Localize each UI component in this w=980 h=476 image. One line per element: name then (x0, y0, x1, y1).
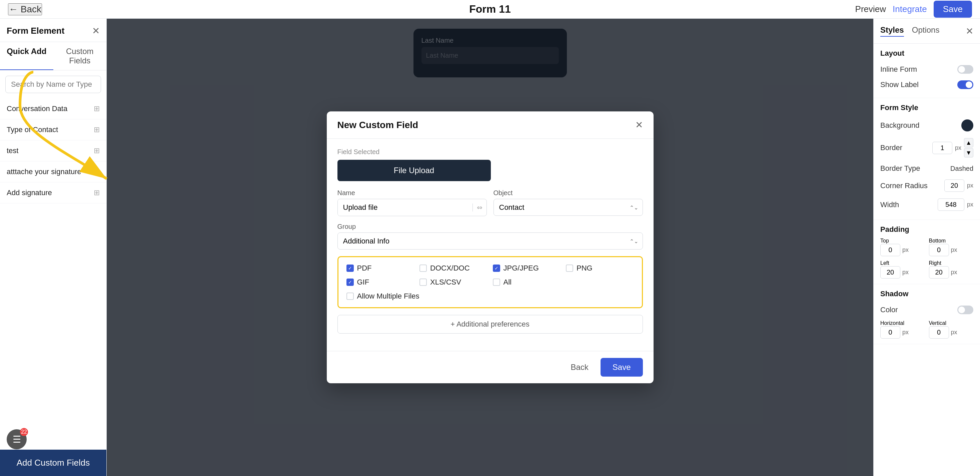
name-input[interactable] (338, 199, 473, 216)
gif-checkbox[interactable]: ✓ (347, 279, 354, 286)
docx-checkbox[interactable] (420, 264, 427, 272)
left-panel-title: Form Element (7, 26, 64, 36)
allow-multiple-item[interactable]: Allow Multiple Files (347, 292, 634, 301)
drag-icon: ⊞ (94, 104, 100, 113)
xls-checkbox[interactable] (420, 279, 427, 286)
jpg-checkbox[interactable]: ✓ (493, 264, 500, 272)
drag-icon: ⊞ (94, 188, 100, 197)
file-type-pdf[interactable]: ✓ PDF (347, 264, 414, 272)
border-type-label: Border Type (880, 164, 920, 173)
inline-form-toggle[interactable] (957, 65, 973, 74)
preview-button[interactable]: Preview (855, 4, 886, 14)
resize-icon: ⇔ (473, 204, 487, 212)
name-label: Name (337, 189, 487, 197)
tab-styles[interactable]: Styles (880, 25, 904, 37)
save-topbar-button[interactable]: Save (934, 1, 972, 18)
page-title: Form 11 (469, 3, 511, 15)
show-label-toggle[interactable] (957, 80, 973, 89)
tab-custom-fields[interactable]: Custom Fields (53, 42, 107, 70)
png-checkbox[interactable] (566, 264, 573, 272)
list-item-test[interactable]: test ⊞ (0, 140, 107, 161)
padding-top-label: Top (880, 238, 889, 244)
padding-title: Padding (880, 225, 973, 234)
notification-count: 22 (20, 428, 28, 436)
shadow-color-toggle[interactable] (957, 306, 973, 314)
file-type-section: ✓ PDF DOCX/DOC ✓ JPG/JPEG PNG (337, 256, 643, 308)
corner-radius-label: Corner Radius (880, 181, 928, 190)
modal-title: New Custom Field (337, 120, 418, 131)
padding-right-input[interactable] (929, 266, 949, 279)
form-style-title: Form Style (880, 103, 973, 112)
modal-close-button[interactable]: ✕ (635, 119, 643, 131)
padding-left-label: Left (880, 260, 889, 266)
modal-overlay: New Custom Field ✕ Field Selected File U… (107, 19, 873, 476)
vertical-input[interactable] (929, 326, 949, 339)
modal-new-custom-field: New Custom Field ✕ Field Selected File U… (327, 111, 654, 383)
list-item-attach-signature[interactable]: atttache your signature ⊞ (0, 161, 107, 183)
list-item-conversation-data[interactable]: Conversation Data ⊞ (0, 99, 107, 119)
group-label: Group (337, 223, 643, 231)
background-color-swatch[interactable] (961, 119, 973, 131)
border-label: Border (880, 143, 902, 152)
shadow-title: Shadow (880, 290, 973, 298)
file-type-gif[interactable]: ✓ GIF (347, 278, 414, 287)
group-select[interactable]: Additional Info (337, 232, 643, 250)
vertical-label: Vertical (929, 320, 946, 326)
width-unit: px (967, 201, 973, 208)
file-type-all[interactable]: All (493, 278, 561, 287)
tab-options[interactable]: Options (912, 25, 940, 37)
add-custom-fields-button[interactable]: Add Custom Fields (0, 450, 107, 476)
file-type-xls[interactable]: XLS/CSV (420, 278, 487, 287)
allow-multiple-checkbox[interactable] (347, 293, 354, 300)
topbar: ← Back Form 11 Preview Integrate Save (0, 0, 980, 19)
integrate-button[interactable]: Integrate (892, 4, 927, 14)
border-increment-button[interactable]: ▲ (964, 138, 973, 147)
file-type-docx[interactable]: DOCX/DOC (420, 264, 487, 272)
border-value-input[interactable] (932, 142, 952, 154)
layout-section-title: Layout (880, 49, 973, 58)
width-label: Width (880, 201, 899, 209)
close-right-panel-button[interactable]: ✕ (966, 26, 973, 37)
drag-icon: ⊞ (94, 167, 100, 176)
left-panel: Form Element ✕ Quick Add Custom Fields C… (0, 19, 107, 476)
padding-bottom-input[interactable] (929, 244, 949, 256)
padding-right-label: Right (929, 260, 941, 266)
close-left-panel-button[interactable]: ✕ (92, 25, 100, 37)
notification-icon: ☰ (13, 434, 21, 445)
color-label: Color (880, 306, 898, 314)
drag-icon: ⊞ (94, 126, 100, 134)
object-select[interactable]: Contact (493, 199, 643, 216)
allow-multiple-label: Allow Multiple Files (357, 292, 420, 301)
file-type-png[interactable]: PNG (566, 264, 634, 272)
file-upload-button[interactable]: File Upload (337, 160, 491, 181)
border-unit: px (955, 145, 961, 151)
horizontal-input[interactable] (880, 326, 900, 339)
padding-left-input[interactable] (880, 266, 900, 279)
width-input[interactable] (938, 199, 964, 211)
padding-bottom-label: Bottom (929, 238, 946, 244)
additional-preferences-button[interactable]: + Additional preferences (337, 315, 643, 334)
list-item-type-of-contact[interactable]: Type of Contact ⊞ (0, 119, 107, 140)
padding-top-input[interactable] (880, 244, 900, 256)
list-item-add-signature[interactable]: Add signature ⊞ (0, 183, 107, 204)
field-selected-label: Field Selected (337, 148, 643, 156)
inline-form-label: Inline Form (880, 65, 917, 74)
notification-badge[interactable]: ☰ 22 (7, 429, 27, 449)
border-decrement-button[interactable]: ▼ (964, 148, 973, 158)
modal-save-button[interactable]: Save (601, 358, 643, 377)
tab-quick-add[interactable]: Quick Add (0, 42, 53, 70)
pdf-checkbox[interactable]: ✓ (347, 264, 354, 272)
corner-radius-unit: px (967, 182, 973, 189)
search-input[interactable] (5, 76, 101, 93)
drag-icon: ⊞ (94, 146, 100, 155)
corner-radius-input[interactable] (944, 180, 964, 192)
modal-back-button[interactable]: Back (564, 358, 595, 376)
file-type-jpg[interactable]: ✓ JPG/JPEG (493, 264, 561, 272)
background-label: Background (880, 121, 919, 130)
left-tabs: Quick Add Custom Fields (0, 42, 107, 70)
back-button[interactable]: ← Back (8, 3, 42, 15)
all-checkbox[interactable] (493, 279, 500, 286)
border-type-value: Dashed (950, 165, 973, 172)
horizontal-label: Horizontal (880, 320, 904, 326)
right-panel: Styles Options ✕ Layout Inline Form Show… (873, 19, 980, 476)
